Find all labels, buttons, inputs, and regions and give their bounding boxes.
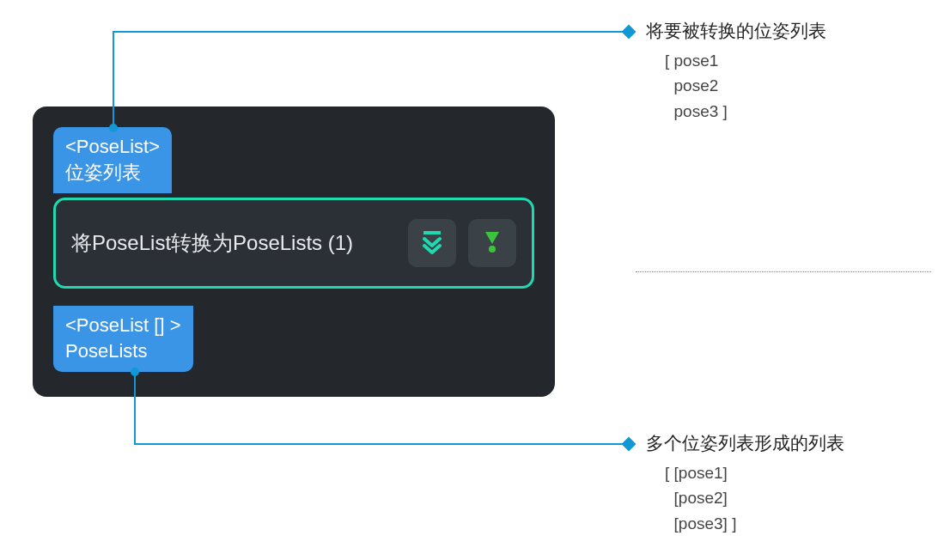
operation-title: 将PoseList转换为PoseLists (1) bbox=[71, 229, 396, 257]
annotation-top-body: [ pose1 pose2 pose3 ] bbox=[665, 48, 826, 124]
connector-top-horizontal bbox=[113, 31, 628, 33]
annotation-top: 将要被转换的位姿列表 [ pose1 pose2 pose3 ] bbox=[646, 19, 826, 124]
output-port[interactable]: <PoseList [] > PoseLists bbox=[53, 306, 193, 372]
svg-point-2 bbox=[489, 246, 496, 253]
output-port-name: PoseLists bbox=[65, 338, 181, 364]
expand-icon bbox=[419, 228, 445, 258]
input-port-name: 位姿列表 bbox=[65, 160, 160, 186]
annotation-separator bbox=[636, 271, 931, 272]
operation-box[interactable]: 将PoseList转换为PoseLists (1) bbox=[53, 198, 534, 289]
run-button[interactable] bbox=[468, 219, 516, 267]
annotation-bottom-body: [ [pose1] [pose2] [pose3] ] bbox=[665, 460, 844, 536]
svg-marker-1 bbox=[485, 232, 499, 244]
connector-bottom-vertical bbox=[134, 371, 136, 445]
expand-button[interactable] bbox=[408, 219, 456, 267]
run-icon bbox=[479, 228, 505, 258]
input-port-type: <PoseList> bbox=[65, 134, 160, 160]
input-port[interactable]: <PoseList> 位姿列表 bbox=[53, 127, 172, 193]
connector-bottom-marker-icon bbox=[622, 437, 636, 452]
annotation-bottom: 多个位姿列表形成的列表 [ [pose1] [pose2] [pose3] ] bbox=[646, 431, 844, 536]
annotation-bottom-title: 多个位姿列表形成的列表 bbox=[646, 431, 844, 455]
connector-top-marker-icon bbox=[622, 25, 636, 40]
connector-top-vertical bbox=[113, 31, 114, 127]
node-panel: <PoseList> 位姿列表 将PoseList转换为PoseLists (1… bbox=[33, 107, 555, 397]
annotation-top-title: 将要被转换的位姿列表 bbox=[646, 19, 826, 43]
output-port-type: <PoseList [] > bbox=[65, 313, 181, 338]
svg-rect-0 bbox=[423, 231, 441, 234]
connector-bottom-horizontal bbox=[134, 443, 628, 445]
